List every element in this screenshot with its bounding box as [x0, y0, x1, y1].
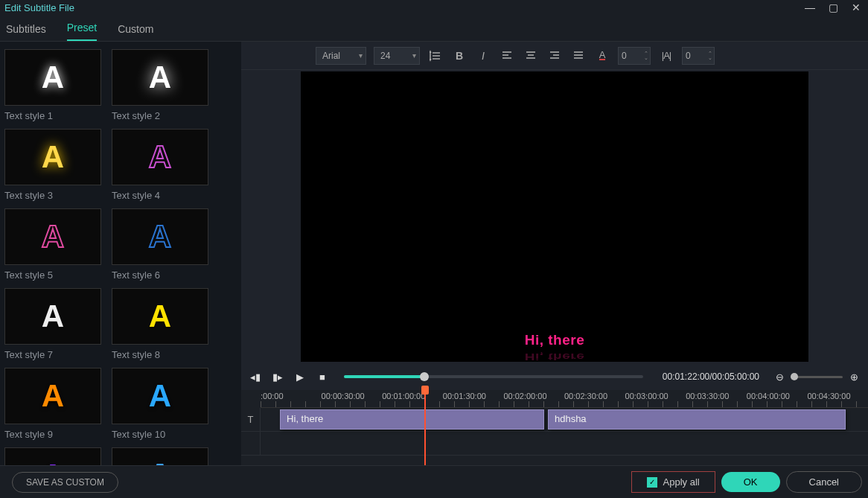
ruler-mark: 00:02:30:00 — [564, 392, 607, 400]
tab-subtitles[interactable]: Subtitles — [6, 17, 46, 41]
tab-bar: Subtitles Preset Custom — [0, 15, 868, 42]
window-controls: — ▢ ✕ — [805, 1, 865, 13]
cancel-button[interactable]: Cancel — [786, 471, 862, 493]
align-left-button[interactable] — [499, 48, 515, 64]
preset-item[interactable]: AText style 4 — [112, 129, 208, 201]
preset-thumb: A — [4, 447, 101, 465]
ruler-mark: 00:04:30:00 — [807, 392, 850, 400]
align-right-button[interactable] — [546, 48, 563, 64]
main-area: AText style 1AText style 2AText style 3A… — [0, 42, 868, 465]
fontsize-select[interactable]: 24 — [374, 47, 420, 65]
tab-preset[interactable]: Preset — [67, 16, 97, 41]
ruler-mark: 00:04:00:00 — [747, 392, 790, 400]
progress-knob[interactable] — [420, 372, 429, 381]
preset-item[interactable]: AText style 2 — [112, 49, 208, 121]
line-spacing-icon[interactable] — [427, 48, 444, 64]
preset-label: Text style 4 — [112, 190, 208, 201]
param1-spinner[interactable]: 0 — [618, 47, 651, 65]
preset-item[interactable]: AText style 3 — [4, 129, 101, 201]
prev-frame-button[interactable]: ◂▮ — [249, 371, 262, 383]
preset-thumb: A — [4, 288, 101, 345]
subtitle-track: T Hi, therehdhsha — [241, 408, 868, 432]
close-button[interactable]: ✕ — [852, 1, 861, 13]
ruler-mark: 00:03:30:00 — [686, 392, 729, 400]
zoom-control: ⊖ ⊕ — [773, 371, 861, 383]
align-center-button[interactable] — [523, 48, 539, 64]
video-preview[interactable]: Hi, there — [301, 71, 808, 362]
window-title: Edit Subtitle File — [3, 2, 74, 13]
font-select[interactable]: Arial — [316, 47, 366, 65]
stop-button[interactable]: ■ — [316, 371, 329, 383]
preset-thumb: A — [112, 447, 208, 465]
next-frame-button[interactable]: ▮▸ — [271, 371, 284, 383]
tab-custom[interactable]: Custom — [118, 17, 153, 41]
preset-item[interactable]: AText style 11 — [4, 447, 101, 465]
letter-spacing-icon[interactable]: |A| — [658, 48, 674, 64]
italic-button[interactable]: I — [475, 48, 491, 64]
zoom-slider[interactable] — [791, 376, 843, 378]
zoom-in-button[interactable]: ⊕ — [847, 371, 861, 383]
preset-thumb: A — [4, 49, 101, 106]
preset-thumb: A — [112, 288, 208, 345]
align-justify-button[interactable] — [570, 48, 587, 64]
preset-label: Text style 8 — [112, 349, 208, 360]
ruler-mark: :00:00 — [261, 392, 284, 400]
format-toolbar: Arial 24 B I A 0 |A| 0 — [241, 42, 868, 70]
preset-label: Text style 7 — [4, 349, 101, 360]
param2-spinner[interactable]: 0 — [682, 47, 715, 65]
ruler-mark: 00:02:00:00 — [503, 392, 546, 400]
preset-label: Text style 3 — [4, 190, 101, 201]
preset-label: Text style 1 — [4, 110, 101, 121]
subtitle-clip[interactable]: Hi, there — [280, 409, 544, 430]
text-color-button[interactable]: A — [594, 48, 610, 64]
timeline-ruler[interactable]: :00:0000:00:30:0000:01:00:0000:01:30:000… — [261, 390, 868, 408]
ruler-mark: 00:01:30:00 — [443, 392, 486, 400]
progress-bar[interactable] — [344, 375, 643, 378]
preset-label: Text style 9 — [4, 429, 101, 440]
preset-item[interactable]: AText style 1 — [4, 49, 101, 121]
preset-label: Text style 5 — [4, 269, 101, 281]
preset-item[interactable]: AText style 8 — [112, 288, 208, 360]
bold-button[interactable]: B — [451, 48, 467, 64]
preset-thumb: A — [112, 368, 208, 424]
preset-item[interactable]: AText style 12 — [112, 447, 208, 465]
preview-subtitle: Hi, there — [525, 332, 585, 348]
preset-thumb: A — [4, 208, 101, 265]
ruler-mark: 00:01:00:00 — [382, 392, 425, 400]
track-body[interactable]: Hi, therehdhsha — [261, 408, 868, 431]
play-button[interactable]: ▶ — [293, 371, 307, 383]
empty-track — [241, 432, 868, 456]
preset-thumb: A — [112, 129, 208, 185]
preset-item[interactable]: AText style 6 — [112, 208, 208, 281]
preset-item[interactable]: AText style 9 — [4, 368, 101, 440]
apply-all-label: Apply all — [663, 476, 700, 488]
preset-panel: AText style 1AText style 2AText style 3A… — [0, 42, 241, 465]
maximize-button[interactable]: ▢ — [829, 1, 838, 13]
subtitle-clip[interactable]: hdhsha — [548, 409, 846, 430]
playhead[interactable] — [424, 390, 426, 465]
preset-label: Text style 6 — [112, 269, 208, 281]
preset-item[interactable]: AText style 10 — [112, 368, 208, 440]
time-display: 00:01:22:00/00:05:00:00 — [663, 371, 759, 382]
time-total: 00:05:00:00 — [712, 371, 759, 382]
preset-item[interactable]: AText style 7 — [4, 288, 101, 360]
track-body-empty[interactable] — [261, 432, 868, 455]
preset-item[interactable]: AText style 5 — [4, 208, 101, 281]
preset-label: Text style 10 — [112, 429, 208, 440]
save-as-custom-button[interactable]: SAVE AS CUSTOM — [12, 472, 118, 493]
ok-button[interactable]: OK — [721, 472, 780, 492]
footer: SAVE AS CUSTOM ✓ Apply all OK Cancel — [0, 465, 868, 498]
ruler-mark: 00:03:00:00 — [625, 392, 668, 400]
zoom-out-button[interactable]: ⊖ — [773, 371, 786, 383]
apply-all-checkbox[interactable]: ✓ — [647, 477, 657, 488]
preset-thumb: A — [112, 49, 208, 106]
progress-fill — [344, 375, 424, 378]
editor-panel: Arial 24 B I A 0 |A| 0 — [241, 42, 868, 465]
minimize-button[interactable]: — — [805, 1, 815, 13]
apply-all-box[interactable]: ✓ Apply all — [631, 471, 715, 493]
track-icon-text: T — [241, 408, 261, 431]
timeline: :00:0000:00:30:0000:01:00:0000:01:30:000… — [241, 390, 868, 465]
ruler-mark: 00:00:30:00 — [322, 392, 365, 400]
preset-label: Text style 2 — [112, 110, 208, 121]
playback-bar: ◂▮ ▮▸ ▶ ■ 00:01:22:00/00:05:00:00 ⊖ ⊕ — [241, 363, 868, 390]
